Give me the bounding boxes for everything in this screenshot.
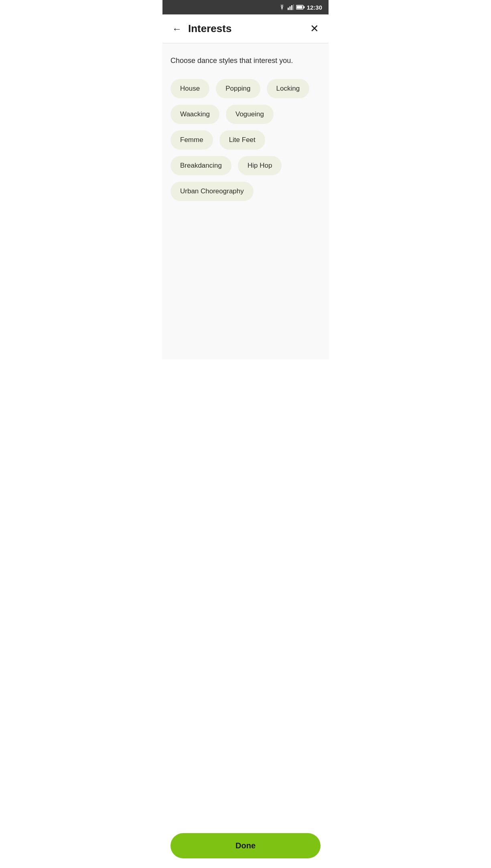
- tag-chip-breakdancing[interactable]: Breakdancing: [170, 156, 231, 175]
- tag-chip-hip-hop[interactable]: Hip Hop: [238, 156, 282, 175]
- back-button[interactable]: ←: [170, 22, 183, 36]
- tag-chip-locking[interactable]: Locking: [267, 79, 310, 98]
- svg-rect-6: [303, 6, 304, 8]
- tag-chip-popping[interactable]: Popping: [216, 79, 260, 98]
- signal-icon: [288, 4, 294, 10]
- instruction-text: Choose dance styles that interest you.: [170, 55, 321, 66]
- svg-rect-2: [291, 5, 292, 10]
- svg-rect-3: [293, 4, 294, 10]
- svg-rect-1: [289, 6, 290, 10]
- status-icons: 12:30: [278, 4, 322, 11]
- svg-rect-0: [288, 8, 289, 10]
- status-time: 12:30: [307, 4, 322, 11]
- tag-chip-femme[interactable]: Femme: [170, 130, 213, 150]
- status-bar: 12:30: [162, 0, 329, 14]
- close-button[interactable]: ✕: [308, 21, 321, 37]
- tag-chip-vogueing[interactable]: Vogueing: [226, 105, 274, 124]
- tag-chip-lite-feet[interactable]: Lite Feet: [219, 130, 265, 150]
- tag-chip-house[interactable]: House: [170, 79, 209, 98]
- page-title: Interests: [188, 22, 308, 35]
- tag-chip-waacking[interactable]: Waacking: [170, 105, 219, 124]
- main-content: Choose dance styles that interest you. H…: [162, 43, 329, 359]
- svg-rect-5: [296, 6, 302, 9]
- wifi-icon: [278, 4, 286, 10]
- battery-icon: [296, 5, 305, 10]
- tag-chip-urban-choreography[interactable]: Urban Choreography: [170, 182, 254, 201]
- tags-container: HousePoppingLockingWaackingVogueingFemme…: [170, 79, 321, 201]
- header: ← Interests ✕: [162, 14, 329, 43]
